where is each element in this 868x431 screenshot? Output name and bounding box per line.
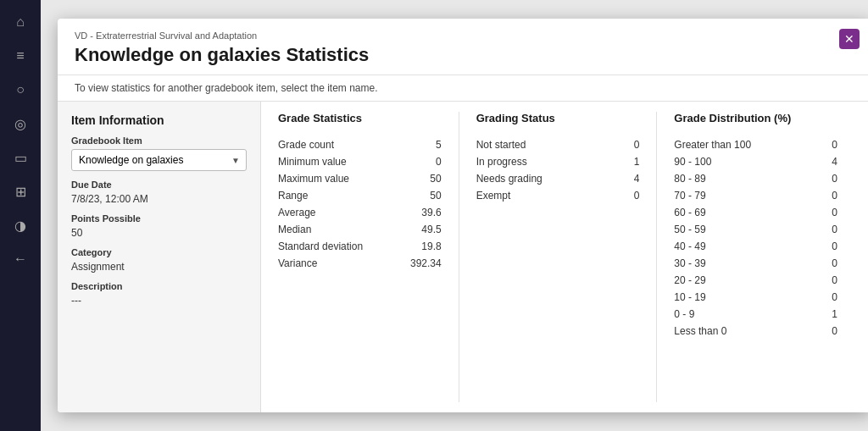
table-row: Less than 00	[674, 323, 837, 340]
stat-label: Greater than 100	[674, 139, 804, 151]
table-row: 10 - 190	[674, 289, 837, 306]
category-value: Assignment	[71, 261, 247, 273]
stat-label: 0 - 9	[674, 308, 804, 320]
stat-value: 39.6	[408, 207, 442, 218]
table-row: 20 - 290	[674, 272, 837, 289]
due-date-label: Due Date	[71, 180, 247, 190]
stat-label: Median	[278, 224, 408, 235]
menu-icon[interactable]: ≡	[5, 41, 36, 71]
grade-statistics-title: Grade Statistics	[278, 112, 442, 128]
stat-label: 60 - 69	[674, 207, 804, 218]
stat-value: 4	[605, 173, 639, 185]
back-icon[interactable]: ←	[5, 244, 36, 274]
table-row: 0 - 91	[674, 306, 837, 323]
stat-value: 0	[804, 207, 837, 218]
stat-label: Average	[278, 207, 408, 218]
grading-status-rows: Not started0In progress1Needs grading4Ex…	[476, 136, 640, 204]
stat-value: 0	[804, 325, 837, 337]
stat-label: Needs grading	[476, 173, 606, 185]
stat-value: 50	[408, 173, 442, 185]
page-title: Knowledge on galaxies Statistics	[75, 44, 854, 66]
table-row: Average39.6	[278, 204, 442, 221]
grade-statistics-rows: Grade count5Minimum value0Maximum value5…	[278, 136, 442, 272]
stat-label: Variance	[278, 257, 408, 269]
stat-label: 40 - 49	[674, 240, 804, 252]
points-possible-value: 50	[71, 227, 247, 239]
grading-status-column: Grading Status Not started0In progress1N…	[459, 112, 657, 402]
stat-value: 0	[804, 274, 837, 286]
stat-value: 4	[804, 156, 837, 168]
home-icon[interactable]: ⌂	[5, 7, 36, 37]
grade-statistics-column: Grade Statistics Grade count5Minimum val…	[278, 112, 459, 402]
grade-distribution-column: Grade Distribution (%) Greater than 1000…	[656, 112, 854, 402]
stat-label: In progress	[476, 156, 606, 168]
description-value: ---	[71, 295, 247, 307]
table-row: Exempt0	[476, 187, 640, 204]
stat-value: 50	[408, 190, 442, 202]
stat-label: Less than 0	[674, 325, 804, 337]
stat-value: 0	[804, 224, 837, 235]
stat-label: 50 - 59	[674, 224, 804, 235]
stat-value: 0	[804, 139, 837, 151]
stat-label: 70 - 79	[674, 190, 804, 202]
table-row: 50 - 590	[674, 221, 837, 238]
stat-value: 19.8	[408, 240, 442, 252]
table-row: Needs grading4	[476, 170, 640, 187]
stats-area: Grade Statistics Grade count5Minimum val…	[261, 102, 868, 412]
table-row: 80 - 890	[674, 170, 837, 187]
table-row: 30 - 390	[674, 255, 837, 272]
table-row: 90 - 1004	[674, 153, 837, 170]
search-icon[interactable]: ○	[5, 75, 36, 105]
sidebar: ⌂ ≡ ○ ◎ ▭ ⊞ ◑ ←	[0, 0, 41, 431]
table-row: Minimum value0	[278, 153, 442, 170]
stat-value: 0	[804, 173, 837, 185]
users-icon[interactable]: ◎	[5, 108, 36, 139]
stat-value: 5	[408, 139, 442, 151]
close-button[interactable]: ✕	[839, 29, 860, 49]
stat-label: Minimum value	[278, 156, 408, 168]
due-date-value: 7/8/23, 12:00 AM	[71, 193, 247, 205]
item-info-panel: Item Information Gradebook Item Knowledg…	[58, 102, 261, 412]
stat-label: Maximum value	[278, 173, 408, 185]
table-row: Median49.5	[278, 221, 442, 238]
table-row: Standard deviation19.8	[278, 238, 442, 255]
stat-value: 0	[804, 190, 837, 202]
stat-label: Exempt	[476, 190, 606, 202]
table-row: 60 - 690	[674, 204, 837, 221]
grade-distribution-rows: Greater than 100090 - 100480 - 89070 - 7…	[674, 136, 837, 340]
breadcrumb: VD - Extraterrestrial Survival and Adapt…	[75, 30, 854, 41]
table-row: Greater than 1000	[674, 136, 837, 153]
stat-label: 90 - 100	[674, 156, 804, 168]
stat-value: 0	[804, 257, 837, 269]
table-row: In progress1	[476, 153, 640, 170]
grading-status-title: Grading Status	[476, 112, 640, 128]
modal-body: Item Information Gradebook Item Knowledg…	[58, 102, 868, 412]
modal-subtitle: To view statistics for another gradebook…	[58, 75, 868, 102]
stat-value: 1	[804, 308, 837, 320]
table-row: 70 - 790	[674, 187, 837, 204]
person-icon[interactable]: ◑	[5, 210, 36, 240]
points-possible-label: Points Possible	[71, 213, 247, 224]
stat-value: 0	[605, 139, 639, 151]
gradebook-item-label: Gradebook Item	[71, 135, 247, 146]
gradebook-item-dropdown-wrapper: Knowledge on galaxies ▼	[71, 149, 247, 171]
table-row: Maximum value50	[278, 170, 442, 187]
calendar-icon[interactable]: ⊞	[5, 176, 36, 207]
category-label: Category	[71, 247, 247, 257]
stat-label: 30 - 39	[674, 257, 804, 269]
stat-label: Range	[278, 190, 408, 202]
stat-value: 49.5	[408, 224, 442, 235]
book-icon[interactable]: ▭	[5, 142, 36, 173]
stat-label: Standard deviation	[278, 240, 408, 252]
stat-label: Grade count	[278, 139, 408, 151]
gradebook-item-select[interactable]: Knowledge on galaxies	[71, 149, 247, 171]
table-row: Range50	[278, 187, 442, 204]
table-row: 40 - 490	[674, 238, 837, 255]
stat-value: 1	[605, 156, 639, 168]
description-label: Description	[71, 281, 247, 291]
item-info-title: Item Information	[71, 113, 247, 127]
stat-value: 0	[804, 240, 837, 252]
stat-label: 80 - 89	[674, 173, 804, 185]
statistics-modal: ✕ VD - Extraterrestrial Survival and Ada…	[58, 19, 868, 412]
grade-distribution-title: Grade Distribution (%)	[674, 112, 837, 128]
